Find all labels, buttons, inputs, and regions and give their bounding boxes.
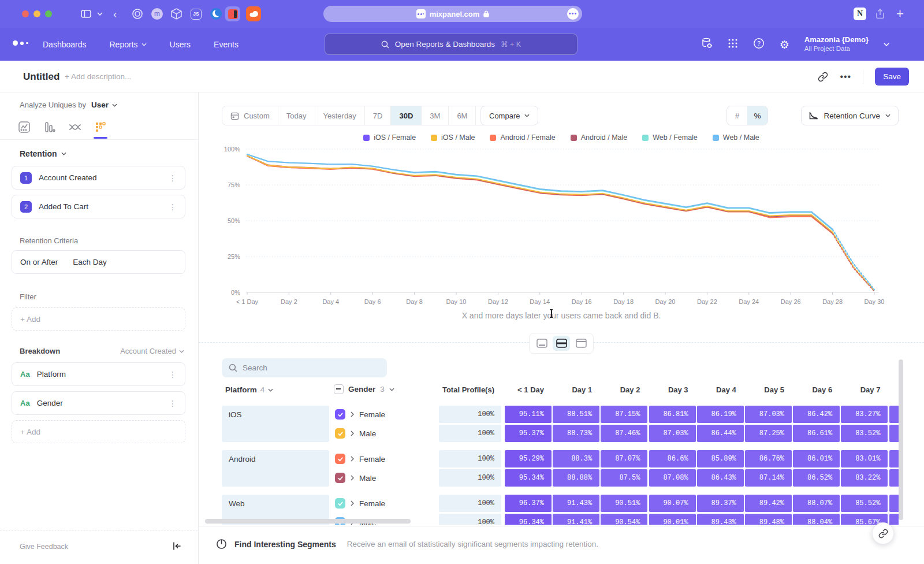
range-3m[interactable]: 3M xyxy=(421,106,448,125)
retention-value-cell[interactable]: 89.43% xyxy=(697,514,744,525)
retention-value-cell[interactable]: 83.52% xyxy=(841,425,888,442)
range-30d[interactable]: 30D xyxy=(390,106,421,125)
retention-value-cell[interactable]: 87.46% xyxy=(601,425,647,442)
add-description[interactable]: + Add description... xyxy=(65,72,131,81)
retention-value-cell[interactable]: 86.42% xyxy=(793,406,840,423)
step-added-to-cart[interactable]: 2 Added To Cart ⋮ xyxy=(12,195,185,218)
column-header-total-profile-s-[interactable]: Total Profile(s) xyxy=(439,385,494,394)
kebab-menu-icon[interactable]: ⋮ xyxy=(169,370,177,379)
more-options-icon[interactable]: ••• xyxy=(840,72,851,82)
range-yesterday[interactable]: Yesterday xyxy=(315,106,364,125)
platform-column-header[interactable]: Platform 4 xyxy=(225,385,273,394)
retention-value-cell[interactable]: 85.89% xyxy=(697,450,744,467)
retention-value-cell[interactable]: 90.54% xyxy=(601,514,647,525)
column-header-day-1[interactable]: Day 1 xyxy=(553,385,592,394)
retention-section-header[interactable]: Retention xyxy=(20,149,66,158)
kebab-menu-icon[interactable]: ⋮ xyxy=(169,202,177,212)
kebab-menu-icon[interactable]: ⋮ xyxy=(169,173,177,183)
retention-value-cell[interactable]: 85.52% xyxy=(841,495,888,512)
range-7d[interactable]: 7D xyxy=(364,106,391,125)
gender-row-ios-female[interactable]: Female xyxy=(334,406,435,423)
minimize-window-button[interactable] xyxy=(33,10,40,17)
table-search-input[interactable] xyxy=(243,363,370,372)
compare-button[interactable]: Compare xyxy=(480,106,538,125)
breakdown-gender[interactable]: Aa Gender ⋮ xyxy=(12,391,185,415)
retention-value-cell[interactable]: 88.88% xyxy=(553,469,599,487)
global-search[interactable]: Open Reports & Dashboards ⌘ + K xyxy=(325,34,578,55)
kebab-menu-icon[interactable]: ⋮ xyxy=(169,399,177,408)
gender-row-android-male[interactable]: Male xyxy=(334,469,435,487)
nav-item-users[interactable]: Users xyxy=(170,40,191,49)
vertical-scrollbar[interactable] xyxy=(899,359,903,520)
retention-value-cell[interactable]: 95.29% xyxy=(505,450,552,467)
split-view-toggle[interactable] xyxy=(553,336,570,351)
new-tab-icon[interactable]: + xyxy=(896,7,904,21)
tab-insights[interactable] xyxy=(17,119,31,135)
nav-item-reports[interactable]: Reports xyxy=(110,40,147,49)
site-options-icon[interactable]: ••• xyxy=(567,8,579,20)
table-search[interactable] xyxy=(222,358,387,377)
column-header-day-7[interactable]: Day 7 xyxy=(841,385,880,394)
m-avatar-favicon[interactable]: m xyxy=(151,7,163,21)
segment-checkbox[interactable] xyxy=(335,473,345,483)
filter-add-button[interactable]: + Add xyxy=(12,307,185,331)
gender-row-android-female[interactable]: Female xyxy=(334,450,435,467)
retention-value-cell[interactable]: 91.41% xyxy=(553,514,599,525)
step-account-created[interactable]: 1 Account Created ⋮ xyxy=(12,166,185,190)
zoom-window-button[interactable] xyxy=(45,10,52,17)
retention-line-chart[interactable]: 0%25%50%75%100%< 1 DayDay 2Day 4Day 6Day… xyxy=(199,143,924,307)
gender-column-header[interactable]: Gender 3 xyxy=(334,384,394,394)
copy-link-icon[interactable] xyxy=(818,72,828,82)
retention-value-cell[interactable]: 95.11% xyxy=(505,406,552,423)
retention-value-cell[interactable]: 86.43% xyxy=(697,469,744,487)
retention-value-cell[interactable]: 91.43% xyxy=(553,495,599,512)
retention-value-cell[interactable]: 86.61% xyxy=(793,425,840,442)
nav-item-events[interactable]: Events xyxy=(214,40,239,49)
retention-value-cell[interactable]: 86.01% xyxy=(793,450,840,467)
retention-value-cell[interactable]: 88.04% xyxy=(793,514,840,525)
save-button[interactable]: Save xyxy=(875,68,909,86)
retention-value-cell[interactable]: 87.15% xyxy=(601,406,647,423)
retention-value-cell[interactable]: 87.03% xyxy=(649,425,696,442)
legend-item[interactable]: Web / Male xyxy=(713,133,759,142)
breakdown-platform[interactable]: Aa Platform ⋮ xyxy=(12,362,185,386)
retention-value-cell[interactable]: 83.27% xyxy=(841,406,888,423)
help-icon[interactable]: ? xyxy=(753,38,765,51)
retention-value-cell[interactable]: 87.08% xyxy=(649,469,696,487)
retention-value-cell[interactable]: 86.44% xyxy=(697,425,744,442)
mixpanel-target-favicon[interactable] xyxy=(132,7,143,21)
retention-value-cell[interactable]: 86.19% xyxy=(697,406,744,423)
tab-funnels[interactable] xyxy=(43,119,57,135)
retention-value-cell[interactable]: 88.07% xyxy=(793,495,840,512)
number-format-toggle[interactable]: # xyxy=(727,106,747,125)
notion-icon[interactable]: N xyxy=(854,7,866,21)
range-today[interactable]: Today xyxy=(278,106,315,125)
tab-retention[interactable] xyxy=(94,119,107,135)
retention-value-cell[interactable]: 89.42% xyxy=(745,495,792,512)
globe-favicon[interactable] xyxy=(210,7,222,21)
retention-value-cell[interactable]: 95.34% xyxy=(505,469,552,487)
column-header-day-6[interactable]: Day 6 xyxy=(793,385,832,394)
data-management-icon[interactable] xyxy=(701,38,713,51)
settings-gear-icon[interactable]: ⚙ xyxy=(780,38,789,51)
javascript-favicon[interactable]: JS xyxy=(191,7,202,21)
report-title[interactable]: Untitled xyxy=(23,71,59,83)
column-header-day-3[interactable]: Day 3 xyxy=(649,385,688,394)
legend-item[interactable]: iOS / Male xyxy=(431,133,475,142)
give-feedback-link[interactable]: Give Feedback xyxy=(20,543,68,551)
retention-value-cell[interactable]: 95.37% xyxy=(505,425,552,442)
retention-value-cell[interactable]: 83.01% xyxy=(841,450,888,467)
cube-favicon[interactable] xyxy=(171,7,182,21)
apps-grid-icon[interactable] xyxy=(728,38,738,51)
criteria-interval[interactable]: Each Day xyxy=(73,258,107,266)
column-header-day-5[interactable]: Day 5 xyxy=(745,385,784,394)
range-6m[interactable]: 6M xyxy=(448,106,475,125)
retention-value-cell[interactable]: 86.76% xyxy=(745,450,792,467)
retention-value-cell[interactable]: 87.5% xyxy=(601,469,647,487)
column-header--1-day[interactable]: < 1 Day xyxy=(505,385,544,394)
segment-checkbox[interactable] xyxy=(335,428,345,439)
retention-value-cell[interactable]: 87.03% xyxy=(745,406,792,423)
retention-value-cell[interactable]: 86.52% xyxy=(793,469,840,487)
gender-row-ios-male[interactable]: Male xyxy=(334,425,435,442)
retention-value-cell[interactable]: 96.37% xyxy=(505,495,552,512)
